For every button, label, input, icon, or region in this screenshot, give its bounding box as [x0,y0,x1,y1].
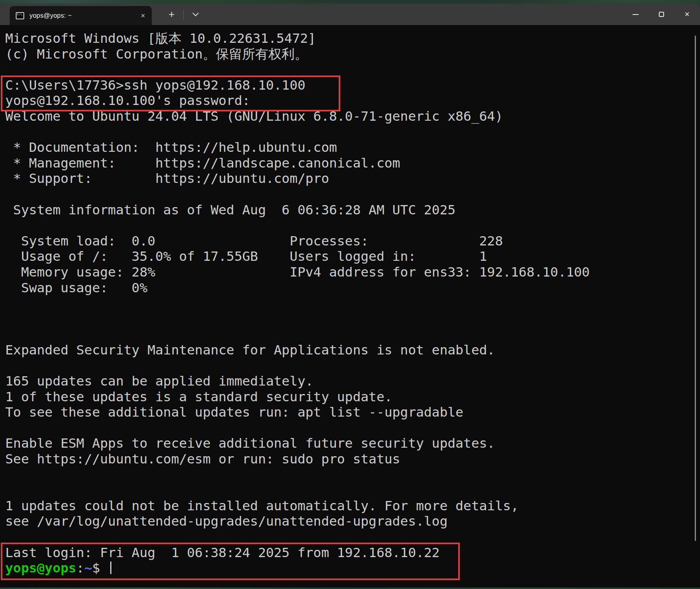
prompt-path: ~ [84,560,92,576]
terminal-line-last-login: Last login: Fri Aug 1 06:38:24 2025 from… [5,545,700,561]
minimize-icon [633,14,639,15]
terminal-line-password-prompt: yops@192.168.10.100's password: [5,93,700,109]
terminal-line [5,296,700,311]
maximize-button[interactable] [648,4,674,25]
terminal-line-sysinfo-header: System information as of Wed Aug 6 06:36… [5,202,700,218]
terminal-line [5,62,700,78]
scrollbar-thumb[interactable] [695,36,696,541]
prompt-dollar: $ [92,560,108,576]
maximize-icon [659,12,664,17]
terminal-viewport[interactable]: Microsoft Windows [版本 10.0.22631.5472] (… [0,25,700,587]
terminal-line-management: * Management: https://landscape.canonica… [5,155,700,171]
terminal-line-unattended-upgrades: 1 updates could not be installed automat… [5,498,700,514]
window-controls: ✕ [622,4,700,25]
terminal-line [5,124,700,140]
tab-dropdown-button[interactable] [188,7,203,22]
prompt-colon: : [76,560,84,576]
terminal-line-documentation: * Documentation: https://help.ubuntu.com [5,140,700,155]
terminal-line-apt-hint: To see these additional updates run: apt… [5,405,700,420]
close-icon: ✕ [684,11,690,18]
terminal-line-esm-apps: Enable ESM Apps to receive additional fu… [5,436,700,451]
terminal-line [5,358,700,373]
terminal-line-system-load: System load: 0.0 Processes: 228 [5,233,700,249]
prompt-user-host: yops@yops [5,560,76,576]
terminal-line-esm-link: See https://ubuntu.com/esm or run: sudo … [5,451,700,467]
terminal-line [5,420,700,436]
tab-title: yops@yops: ~ [29,12,132,19]
terminal-line [5,467,700,483]
terminal-line-disk-usage: Usage of /: 35.0% of 17.55GB Users logge… [5,249,700,264]
terminal-line: (c) Microsoft Corporation。保留所有权利。 [5,46,700,62]
terminal-line-updates-count: 165 updates can be applied immediately. [5,373,700,389]
terminal-line [5,327,700,342]
cmd-icon: C:\_ [16,12,24,19]
terminal-line-upgrades-log: see /var/log/unattended-upgrades/unatten… [5,514,700,529]
terminal-line-esm-status: Expanded Security Maintenance for Applic… [5,342,700,358]
terminal-line [5,311,700,327]
terminal-line [5,187,700,202]
terminal-line-security-update: 1 of these updates is a standard securit… [5,389,700,405]
terminal-tab[interactable]: C:\_ yops@yops: ~ ✕ [10,6,152,25]
new-tab-button[interactable]: + [164,7,179,22]
terminal-line-welcome: Welcome to Ubuntu 24.04 LTS (GNU/Linux 6… [5,109,700,124]
tab-close-icon[interactable]: ✕ [137,10,149,21]
titlebar-drag-area[interactable] [203,4,622,25]
terminal-line-ssh-command: C:\Users\17736>ssh yops@192.168.10.100 [5,78,700,93]
terminal-line: Microsoft Windows [版本 10.0.22631.5472] [5,31,700,46]
terminal-line-support: * Support: https://ubuntu.com/pro [5,171,700,187]
terminal-line [5,529,700,545]
terminal-window: C:\_ yops@yops: ~ ✕ + ✕ Microsoft Window… [0,4,700,587]
window-titlebar[interactable]: C:\_ yops@yops: ~ ✕ + ✕ [0,4,700,25]
titlebar-divider [183,9,184,20]
close-button[interactable]: ✕ [674,4,700,25]
minimize-button[interactable] [622,4,648,25]
terminal-line-swap-usage: Swap usage: 0% [5,280,700,296]
terminal-line [5,482,700,498]
terminal-cursor [110,562,111,574]
terminal-line [5,218,700,233]
terminal-line-memory-usage: Memory usage: 28% IPv4 address for ens33… [5,264,700,280]
chevron-down-icon [192,10,199,17]
terminal-prompt-line: yops@yops:~$ [5,560,700,576]
